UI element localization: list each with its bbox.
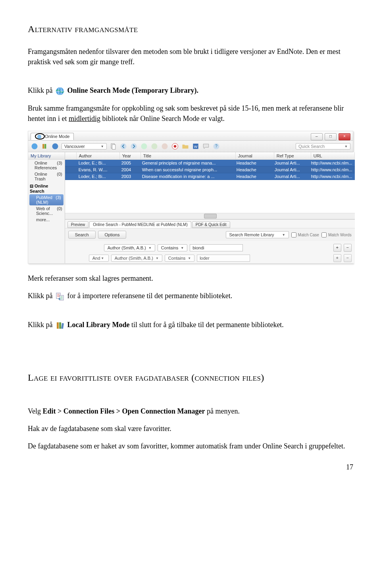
sidebar-item-label: Web of Scienc... bbox=[36, 206, 57, 216]
online-mode-tab[interactable]: Online Mode bbox=[31, 133, 74, 140]
field-dropdown[interactable]: Author (Smith, A.B.)▼ bbox=[111, 255, 162, 262]
chevron-down-icon: ▼ bbox=[101, 257, 104, 260]
cell-author: Loder, E.; Bi... bbox=[76, 173, 119, 180]
col-title[interactable]: Title bbox=[141, 152, 236, 159]
svg-point-15 bbox=[151, 144, 157, 149]
col-journal[interactable]: Journal bbox=[236, 152, 274, 159]
criteria-row: And▼ Author (Smith, A.B.)▼ Contains▼ lod… bbox=[89, 253, 352, 263]
col-year[interactable]: Year bbox=[120, 152, 141, 159]
table-row[interactable]: Loder, E.; Bi... 2005 General principles… bbox=[65, 160, 355, 167]
import-text: for å importere referansene til det perm… bbox=[67, 292, 233, 300]
tab-pdf-quickedit[interactable]: PDF & Quick Edit bbox=[192, 221, 230, 228]
sidebar-group-label: Online Search bbox=[30, 184, 48, 193]
operator-dropdown[interactable]: Contains▼ bbox=[158, 244, 187, 251]
cell-year: 2004 bbox=[119, 167, 140, 173]
col-reftype[interactable]: Ref Type bbox=[274, 152, 311, 159]
word-icon[interactable]: W bbox=[192, 142, 200, 150]
value-field[interactable]: biondi bbox=[190, 244, 243, 251]
books-icon bbox=[55, 321, 65, 330]
remove-row-button[interactable]: − bbox=[344, 254, 352, 262]
click-on-text: Klikk på bbox=[28, 86, 53, 94]
cell-title: General principles of migraine mana... bbox=[140, 160, 234, 166]
p-velg-edit: Velg Edit > Connection Files > Open Conn… bbox=[28, 406, 353, 416]
sidebar-item-more[interactable]: more... bbox=[28, 216, 65, 223]
search-scope-dropdown[interactable]: Search Remote Library ▼ bbox=[226, 231, 289, 238]
tab-preview[interactable]: Preview bbox=[67, 221, 89, 228]
quick-search-box[interactable]: Quick Search ▼ bbox=[296, 143, 350, 149]
minimize-button[interactable]: – bbox=[311, 133, 323, 140]
add-row-button[interactable]: + bbox=[333, 244, 341, 252]
grid-body: Loder, E.; Bi... 2005 General principles… bbox=[65, 160, 355, 180]
globe-icon bbox=[55, 86, 65, 96]
bool-dropdown[interactable]: And▼ bbox=[89, 255, 109, 262]
results-area: Author Year Title Journal Ref Type URL L… bbox=[65, 152, 355, 263]
table-row[interactable]: Loder, E.; Bi... 2003 Disease modificati… bbox=[65, 173, 355, 180]
svg-point-16 bbox=[162, 144, 167, 149]
col-author[interactable]: Author bbox=[77, 152, 120, 159]
match-words-checkbox[interactable]: Match Words bbox=[321, 232, 352, 237]
match-case-checkbox[interactable]: Match Case bbox=[291, 232, 319, 237]
click-on-text: Klikk på bbox=[28, 292, 53, 300]
cell-url: http://www.ncbi.nlm... bbox=[309, 160, 355, 166]
match-words-label: Match Words bbox=[328, 233, 352, 237]
nav-right-icon[interactable] bbox=[130, 142, 138, 150]
search-button[interactable]: Search bbox=[68, 231, 96, 239]
style-dropdown[interactable]: Vancouver ▼ bbox=[62, 143, 107, 149]
toolbar: Vancouver ▼ W ? Quick Search ▼ bbox=[28, 141, 353, 152]
sidebar-item-webofscience[interactable]: Web of Scienc... (0) bbox=[28, 205, 65, 216]
cell-author: Loder, E.; Bi... bbox=[76, 160, 119, 166]
field-dropdown[interactable]: Author (Smith, A.B.)▼ bbox=[104, 244, 155, 251]
sidebar-item-label: Online Trash bbox=[35, 172, 57, 181]
export-icon[interactable] bbox=[161, 142, 169, 150]
folder-icon[interactable] bbox=[181, 142, 189, 150]
svg-point-18 bbox=[173, 145, 176, 148]
svg-rect-31 bbox=[57, 322, 59, 329]
search-criteria: Author (Smith, A.B.)▼ Contains▼ biondi +… bbox=[65, 241, 355, 263]
sidebar-item-pubmed[interactable]: PubMed (NLM) (3) bbox=[29, 194, 64, 205]
target-icon[interactable] bbox=[171, 142, 179, 150]
sidebar-item-online-trash[interactable]: Online Trash (0) bbox=[28, 171, 65, 182]
globe-icon[interactable] bbox=[31, 142, 38, 150]
comment-icon[interactable] bbox=[202, 142, 210, 150]
cell-year: 2003 bbox=[119, 173, 140, 180]
criteria-row: Author (Smith, A.B.)▼ Contains▼ biondi +… bbox=[89, 243, 352, 253]
cell-reftype: Journal Arti... bbox=[272, 173, 309, 180]
maximize-button[interactable]: □ bbox=[325, 133, 337, 140]
options-button[interactable]: Options bbox=[98, 231, 127, 239]
svg-text:?: ? bbox=[215, 144, 217, 149]
match-case-label: Match Case bbox=[298, 233, 319, 237]
sync-icon[interactable] bbox=[140, 142, 148, 150]
chevron-down-icon: ▼ bbox=[282, 233, 285, 237]
nav-left-icon[interactable] bbox=[119, 142, 127, 150]
sidebar-item-label: PubMed (NLM) bbox=[36, 195, 56, 205]
horizontal-scrollbar[interactable] bbox=[65, 213, 355, 219]
import-icon[interactable] bbox=[150, 142, 158, 150]
quick-search-placeholder: Quick Search bbox=[298, 144, 325, 149]
remove-row-button[interactable]: − bbox=[344, 244, 352, 252]
heading-alternativ: Alternativ framgangsmåte bbox=[28, 24, 353, 34]
value-field[interactable]: loder bbox=[197, 255, 250, 262]
copy-icon[interactable] bbox=[109, 142, 117, 150]
chevron-down-icon: ▼ bbox=[344, 145, 348, 148]
cell-journal: Headache bbox=[234, 167, 272, 173]
world-icon[interactable] bbox=[51, 142, 59, 150]
svg-point-6 bbox=[32, 144, 38, 149]
books-icon[interactable] bbox=[41, 142, 49, 150]
operator-dropdown[interactable]: Contains▼ bbox=[165, 255, 194, 262]
desc-b: bibliotek når Online Search Mode er valg… bbox=[100, 115, 225, 123]
svg-point-9 bbox=[52, 144, 58, 149]
col-attach[interactable] bbox=[65, 152, 77, 159]
chevron-down-icon: ▼ bbox=[188, 257, 191, 260]
add-row-button[interactable]: + bbox=[333, 254, 341, 262]
page-number: 17 bbox=[28, 463, 353, 471]
tab-online-search[interactable]: Online Search - PubMed MEDLINE at PubMed… bbox=[89, 221, 191, 228]
cell-title: When can successful migraine proph... bbox=[140, 167, 234, 173]
help-icon[interactable]: ? bbox=[212, 142, 220, 150]
p3a: Velg bbox=[28, 407, 43, 415]
sidebar-item-online-references[interactable]: Online References (3) bbox=[28, 160, 65, 171]
search-scope-label: Search Remote Library bbox=[229, 232, 274, 237]
col-url[interactable]: URL bbox=[311, 152, 355, 159]
svg-rect-7 bbox=[42, 144, 44, 149]
close-button[interactable]: × bbox=[339, 133, 350, 140]
table-row[interactable]: Evans, R. W.... 2004 When can successful… bbox=[65, 167, 355, 173]
